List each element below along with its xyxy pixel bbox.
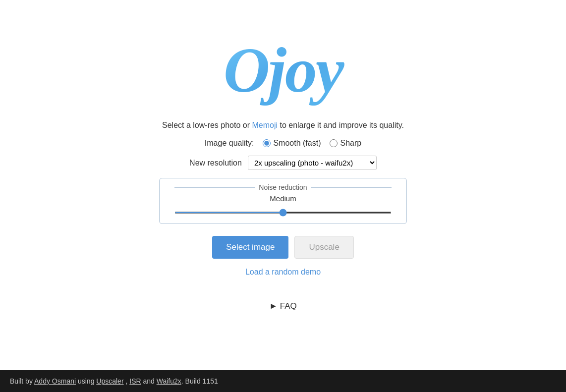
footer-author-link[interactable]: Addy Osmani [34,377,76,385]
logo-container: Ojoy [211,15,355,111]
noise-reduction-title: Noise reduction [259,183,307,191]
resolution-row: New resolution 2x upscaling (photo - wai… [189,156,377,170]
noise-reduction-legend: Noise reduction [174,183,392,191]
noise-reduction-box: Noise reduction Medium [159,178,407,224]
memoji-link[interactable]: Memoji [252,121,278,129]
subtitle-prefix: Select a low-res photo or [162,121,252,129]
quality-sharp-option[interactable]: Sharp [330,139,361,148]
upscale-button: Upscale [294,236,353,259]
footer-upscaler-link[interactable]: Upscaler [96,377,123,385]
footer-comma: , [124,377,128,385]
quality-sharp-label: Sharp [340,139,361,148]
quality-smooth-option[interactable]: Smooth (fast) [263,139,321,148]
quality-smooth-label: Smooth (fast) [273,139,321,148]
noise-slider[interactable] [174,212,392,214]
resolution-select[interactable]: 2x upscaling (photo - waifu2x) 2x upscal… [248,156,377,170]
quality-smooth-radio[interactable] [263,139,271,147]
footer-build: . Build 1151 [181,377,218,385]
demo-link[interactable]: Load a random demo [245,268,321,277]
noise-level-label: Medium [174,194,392,203]
footer-waifu2x-link[interactable]: Waifu2x [157,377,181,385]
footer-and: and [141,377,157,385]
footer-built-by: Built by [10,377,34,385]
svg-text:Ojoy: Ojoy [224,34,345,106]
select-image-button[interactable]: Select image [212,236,288,259]
buttons-row: Select image Upscale [212,236,354,259]
subtitle-suffix: to enlarge it and improve its quality. [278,121,404,129]
faq-section: ► FAQ [269,301,297,311]
quality-row: Image quality: Smooth (fast) Sharp [205,139,361,148]
quality-sharp-radio[interactable] [330,139,338,147]
quality-label: Image quality: [205,139,254,148]
app-logo: Ojoy [211,15,355,109]
footer-isr-link[interactable]: ISR [129,377,141,385]
resolution-label: New resolution [189,159,242,168]
subtitle: Select a low-res photo or Memoji to enla… [162,121,404,130]
footer: Built by Addy Osmani using Upscaler , IS… [0,370,566,392]
footer-using: using [76,377,96,385]
main-content: Ojoy Select a low-res photo or Memoji to… [0,0,566,370]
faq-toggle-button[interactable]: ► FAQ [269,301,297,311]
